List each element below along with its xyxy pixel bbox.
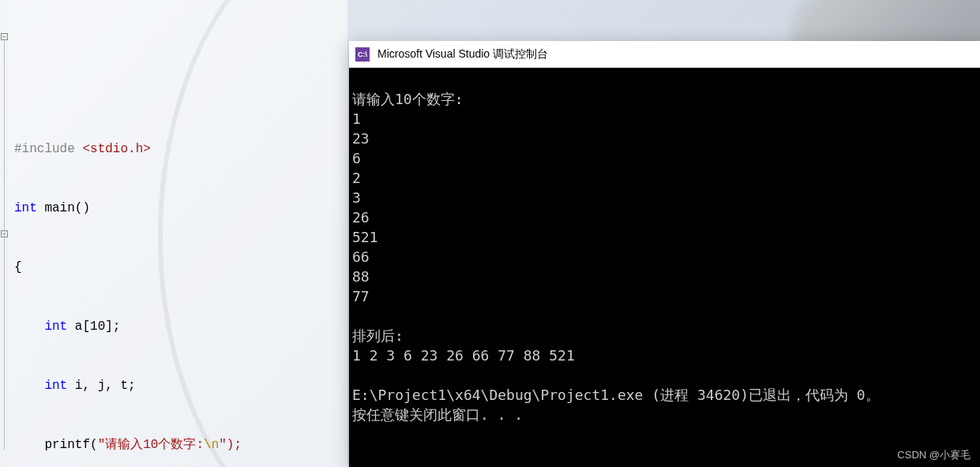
keyword-token: int <box>14 201 37 215</box>
code-text: main() <box>37 201 90 215</box>
console-line: 排列后: <box>352 327 404 344</box>
string-token: "); <box>219 438 242 452</box>
include-file-token: <stdio.h> <box>82 142 150 156</box>
console-line: 26 <box>352 209 370 226</box>
console-line: 按任意键关闭此窗口. . . <box>352 406 523 423</box>
console-line: 3 <box>352 189 361 206</box>
code-line[interactable]: printf("请输入10个数字:\n"); <box>9 435 347 455</box>
console-line: E:\Project1\x64\Debug\Project1.exe (进程 3… <box>352 387 880 403</box>
console-output[interactable]: 请输入10个数字: 1 23 6 2 3 26 521 66 88 77 排列后… <box>349 68 980 446</box>
string-token: "请输入10个数字: <box>98 438 204 452</box>
fold-icon[interactable]: − <box>1 33 8 40</box>
code-line[interactable]: #include <stdio.h> <box>9 140 347 159</box>
brace-token: { <box>14 260 22 275</box>
console-line: 77 <box>352 288 370 304</box>
keyword-token: int <box>44 379 67 393</box>
keyword-token: int <box>44 319 67 334</box>
code-text: printf( <box>14 438 98 452</box>
debug-console-window: C:\ Microsoft Visual Studio 调试控制台 请输入10个… <box>349 41 980 467</box>
escape-token: \n <box>204 438 219 452</box>
code-text: i, j, t; <box>67 379 135 393</box>
console-line: 1 2 3 6 23 26 66 77 88 521 <box>352 347 575 364</box>
console-line: 521 <box>352 229 378 245</box>
console-line: 23 <box>352 130 370 147</box>
preproc-token: #include <box>14 142 82 156</box>
code-editor[interactable]: − − #include <stdio.h> int main() { int … <box>0 0 347 467</box>
code-line[interactable]: { <box>9 258 347 278</box>
console-line: 88 <box>352 268 370 285</box>
console-line: 66 <box>352 248 370 265</box>
code-line[interactable]: int main() <box>9 199 347 219</box>
console-line: 2 <box>352 170 361 186</box>
code-text: a[10]; <box>67 319 120 334</box>
console-line: 6 <box>352 150 361 166</box>
code-line[interactable]: int i, j, t; <box>9 376 347 396</box>
watermark-text: CSDN @小赛毛 <box>897 448 971 462</box>
console-app-icon: C:\ <box>355 47 370 62</box>
console-titlebar[interactable]: C:\ Microsoft Visual Studio 调试控制台 <box>349 41 980 68</box>
fold-guide <box>4 41 5 450</box>
code-line[interactable]: int a[10]; <box>9 317 347 337</box>
console-line: 请输入10个数字: <box>352 91 464 107</box>
console-line: 1 <box>352 110 361 127</box>
console-title: Microsoft Visual Studio 调试控制台 <box>377 47 548 62</box>
